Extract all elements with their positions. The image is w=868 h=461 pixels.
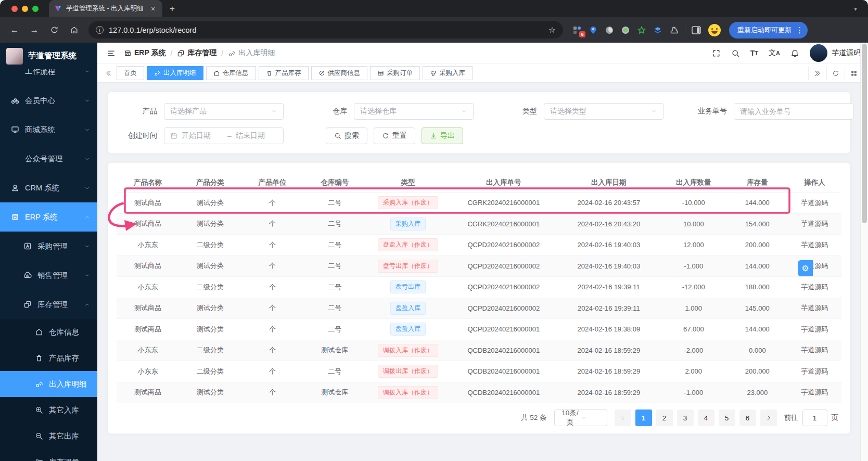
- sidebar-item-11[interactable]: 出入库明细: [0, 371, 97, 397]
- fullscreen-icon[interactable]: [712, 49, 721, 58]
- breadcrumb-stock[interactable]: 库存管理: [177, 48, 216, 58]
- filter-business-no: 业务单号: [691, 103, 853, 120]
- sidebar-item-13[interactable]: 其它出库: [0, 423, 97, 449]
- filter-create-time: 创建时间 开始日期 – 结束日期: [121, 127, 284, 144]
- font-size-icon[interactable]: TT: [750, 49, 758, 57]
- sidebar-item-10[interactable]: 产品库存: [0, 345, 97, 371]
- table-row-9[interactable]: 测试商品测试分类个测试仓库调拨入库（作废）QCDB202402160000012…: [117, 382, 841, 403]
- nav-tab-1[interactable]: 出入库明细: [147, 66, 203, 80]
- nav-tab-3[interactable]: 产品库存: [259, 66, 309, 80]
- cell-quantity: 2.000: [660, 361, 727, 382]
- window-minimize-button[interactable]: [22, 6, 28, 12]
- browser-menu-kebab-icon[interactable]: ⋮: [796, 25, 803, 35]
- tab-search-icon[interactable]: ▾: [850, 4, 861, 14]
- translate-icon[interactable]: 文A: [769, 48, 780, 58]
- scroll-tabs-right-icon[interactable]: [808, 67, 826, 80]
- table-row-6[interactable]: 测试商品测试分类个二号盘盈入库QCPD202402160000012024-02…: [117, 318, 841, 340]
- extension-layers-icon[interactable]: [653, 25, 662, 35]
- cell-order_no: QCDB20240216000001: [450, 361, 557, 382]
- next-page-button[interactable]: [760, 409, 777, 426]
- sidebar-item-5[interactable]: ERP 系统: [0, 202, 97, 232]
- cell-order_no: QCDB20240216000001: [450, 340, 557, 361]
- page-button-2[interactable]: 2: [656, 409, 673, 426]
- sidebar-item-14[interactable]: 库存调拨: [0, 449, 97, 461]
- page-button-1[interactable]: 1: [635, 409, 652, 426]
- theme-settings-button[interactable]: ⚙: [798, 260, 813, 276]
- extensions-puzzle-icon[interactable]: [669, 25, 679, 35]
- table-row-8[interactable]: 小东东二级分类个二号调拨出库（作废）QCDB202402160000012024…: [117, 361, 841, 382]
- tab-close-icon[interactable]: ×: [149, 5, 157, 13]
- breadcrumb-erp[interactable]: ERP 系统: [124, 48, 165, 58]
- sidebar-item-4[interactable]: CRM 系统: [0, 173, 97, 202]
- search-button[interactable]: 搜索: [326, 127, 367, 144]
- page-scrollbar[interactable]: [860, 43, 868, 461]
- collapse-menu-icon[interactable]: [107, 49, 116, 58]
- search-icon[interactable]: [731, 49, 740, 58]
- nav-tab-4[interactable]: 供应商信息: [311, 66, 368, 80]
- page-size-select[interactable]: 10条/页: [554, 409, 607, 426]
- user-menu[interactable]: 芋道源码: [810, 44, 861, 62]
- scrollbar-thumb[interactable]: [862, 44, 867, 223]
- table-row-7[interactable]: 小东东二级分类个测试仓库调拨入库（作废）QCDB2024021600000120…: [117, 340, 841, 361]
- table-row-3[interactable]: 测试商品测试分类个二号盘亏出库（作废）QCPD20240216000002202…: [117, 255, 841, 277]
- sidebar-item-2[interactable]: 商城系统: [0, 115, 97, 144]
- page-button-3[interactable]: 3: [677, 409, 694, 426]
- sidebar-item-9[interactable]: 仓库信息: [0, 319, 97, 345]
- extension-ring-icon[interactable]: [621, 25, 630, 35]
- extension-pin-icon[interactable]: [589, 25, 598, 35]
- browser-tab[interactable]: 芋道管理系统 - 出入库明细 ×: [49, 0, 162, 17]
- cell-datetime: 2024-02-16 19:39:11: [557, 277, 660, 298]
- app-logo-row[interactable]: 芋道管理系统: [0, 43, 97, 69]
- page-button-5[interactable]: 5: [719, 409, 735, 426]
- extension-circle-icon[interactable]: [605, 25, 614, 35]
- type-select[interactable]: 请选择类型: [544, 103, 663, 120]
- url-bar[interactable]: i 127.0.0.1/erp/stock/record ☆: [88, 21, 563, 39]
- warehouse-select[interactable]: 请选择仓库: [354, 103, 474, 120]
- sidebar-item-7[interactable]: 销售管理: [0, 261, 97, 290]
- new-tab-button[interactable]: +: [170, 4, 175, 14]
- extension-star-icon[interactable]: [637, 25, 646, 35]
- cell-product: 测试商品: [117, 214, 179, 235]
- table-row-0[interactable]: 测试商品测试分类个二号采购入库（作废）CGRK20240216000001202…: [117, 192, 841, 213]
- sidebar-item-8[interactable]: 库存管理: [0, 290, 97, 319]
- home-icon[interactable]: [66, 22, 82, 39]
- prev-page-button[interactable]: [615, 409, 631, 426]
- sidebar-item-1[interactable]: 会员中心: [0, 86, 97, 115]
- business-no-input[interactable]: [734, 103, 853, 120]
- product-select[interactable]: 请选择产品: [164, 103, 284, 120]
- sidebar-item-6[interactable]: 采购管理: [0, 232, 97, 261]
- forward-icon[interactable]: →: [26, 22, 43, 39]
- table-row-1[interactable]: 测试商品测试分类个二号采购入库CGRK202402160000012024-02…: [117, 213, 841, 235]
- site-info-icon[interactable]: i: [96, 26, 104, 34]
- date-range-input[interactable]: 开始日期 – 结束日期: [164, 127, 284, 144]
- nav-tab-2[interactable]: 仓库信息: [206, 66, 256, 80]
- scroll-tabs-left-icon[interactable]: [103, 70, 114, 76]
- goto-page-input[interactable]: [802, 409, 827, 426]
- table-row-2[interactable]: 小东东二级分类个二号盘盈入库（作废）QCPD202402160000022024…: [117, 234, 841, 255]
- browser-update-button[interactable]: 重新启动即可更新 ⋮: [729, 22, 808, 39]
- page-button-6[interactable]: 6: [739, 409, 756, 426]
- sidebar-item-3[interactable]: 公众号管理: [0, 144, 97, 173]
- nav-tab-6[interactable]: 采购入库: [423, 66, 473, 80]
- nav-tab-0[interactable]: 首页: [117, 66, 144, 80]
- cell-unit: 个: [241, 235, 304, 255]
- window-controls[interactable]: [11, 6, 39, 12]
- reload-icon[interactable]: [46, 22, 62, 39]
- nav-tab-5[interactable]: 采购订单: [370, 66, 420, 80]
- sidebar-item-12[interactable]: 其它入库: [0, 397, 97, 423]
- export-button[interactable]: 导出: [422, 127, 463, 144]
- window-close-button[interactable]: [11, 6, 18, 12]
- back-icon[interactable]: ←: [6, 22, 23, 39]
- table-row-4[interactable]: 小东东二级分类个二号盘亏出库QCPD202402160000022024-02-…: [117, 276, 841, 298]
- extension-grid-icon[interactable]: 6: [572, 25, 582, 35]
- side-panel-icon[interactable]: [692, 25, 701, 35]
- cell-datetime: 2024-02-16 19:38:09: [557, 319, 660, 340]
- browser-profile-avatar[interactable]: [708, 24, 721, 36]
- notification-bell-icon[interactable]: [790, 49, 799, 58]
- bookmark-star-icon[interactable]: ☆: [548, 25, 556, 35]
- refresh-page-icon[interactable]: [826, 67, 845, 80]
- page-button-4[interactable]: 4: [698, 409, 714, 426]
- reset-button[interactable]: 重置: [374, 127, 415, 144]
- table-row-5[interactable]: 测试商品测试分类个二号盘盈入库QCPD202402160000022024-02…: [117, 298, 841, 319]
- window-maximize-button[interactable]: [32, 6, 39, 12]
